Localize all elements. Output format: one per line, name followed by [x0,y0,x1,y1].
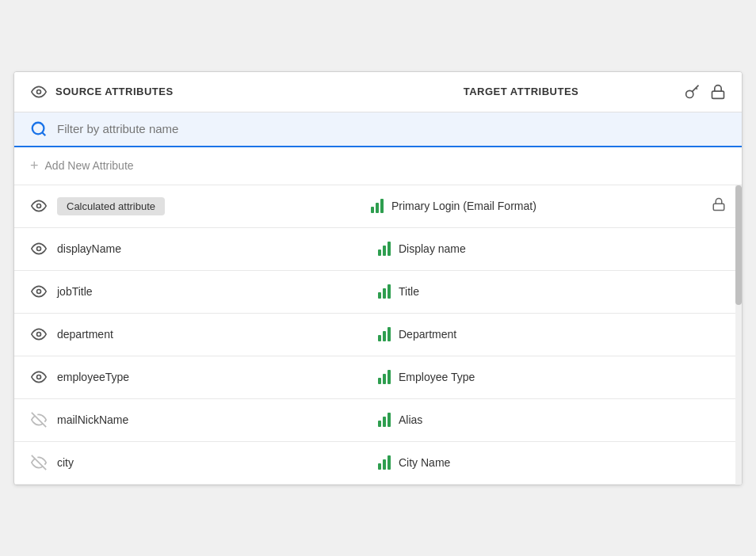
row-eye-hidden-icon-7[interactable] [30,454,48,471]
row-eye-icon-3[interactable] [30,283,48,300]
bar-chart-icon-7 [378,455,391,470]
row-eye-icon-4[interactable] [30,326,48,343]
source-name-2: displayName [57,242,121,255]
svg-point-1 [686,90,693,97]
target-name-4: Department [399,328,456,341]
bar-chart-icon-2 [378,242,391,256]
svg-point-3 [32,122,44,134]
source-name-4: department [57,328,113,341]
source-cell-6: mailNickName [30,411,378,428]
bar-chart-icon-1 [371,199,384,213]
source-header: SOURCE ATTRIBUTES [30,83,357,101]
search-input[interactable] [57,122,726,135]
target-name-5: Employee Type [399,371,475,383]
target-name-7: City Name [399,456,450,469]
attribute-mapping-panel: SOURCE ATTRIBUTES TARGET ATTRIBUTES [13,71,743,486]
target-cell-3: Title [378,284,726,299]
svg-line-4 [42,132,45,135]
key-icon[interactable] [685,84,701,100]
table-row: department Department [14,314,742,356]
header-action-icons [685,84,726,100]
target-name-3: Title [399,285,419,298]
table-row: city City Name [14,442,742,485]
lock-icon[interactable] [710,84,726,100]
source-cell-2: displayName [30,240,378,257]
plus-icon: + [30,158,39,174]
target-cell-7: City Name [378,455,726,470]
bar-chart-icon-5 [378,370,391,384]
target-cell-4: Department [378,327,726,341]
source-label: SOURCE ATTRIBUTES [55,86,174,97]
source-cell-1: Calculated attribute [30,197,371,215]
svg-rect-6 [713,204,724,210]
bar-chart-icon-3 [378,284,391,299]
source-eye-icon [30,83,48,101]
source-name-7: city [57,456,74,469]
target-name-2: Display name [399,242,466,255]
bar-chart-icon-4 [378,327,391,341]
target-name-1: Primary Login (Email Format) [391,200,536,212]
svg-point-9 [37,333,41,337]
target-cell-2: Display name [378,242,726,256]
target-label: TARGET ATTRIBUTES [464,86,578,97]
table-row: Calculated attribute Primary Login (Emai… [14,185,742,228]
source-name-3: jobTitle [57,285,93,298]
row-lock-icon-1[interactable] [712,197,726,215]
target-cell-6: Alias [378,413,726,427]
target-header: TARGET ATTRIBUTES [357,86,685,97]
svg-point-8 [37,290,41,294]
table-row: mailNickName Alias [14,399,742,442]
attribute-table: Calculated attribute Primary Login (Emai… [14,185,742,485]
table-row: employeeType Employee Type [14,356,742,399]
bar-chart-icon-6 [378,413,391,427]
header-row: SOURCE ATTRIBUTES TARGET ATTRIBUTES [14,72,742,112]
svg-rect-2 [712,91,724,98]
svg-point-10 [37,375,41,379]
source-cell-5: employeeType [30,368,378,386]
row-eye-icon-5[interactable] [30,368,48,386]
scrollbar-thumb[interactable] [735,185,742,305]
calculated-badge: Calculated attribute [57,197,165,215]
svg-point-7 [37,247,41,251]
target-name-6: Alias [399,413,422,426]
search-icon [30,120,48,138]
source-name-6: mailNickName [57,413,128,426]
search-bar[interactable] [14,112,742,147]
svg-point-0 [37,89,41,93]
add-attribute-row[interactable]: + Add New Attribute [14,147,742,185]
row-eye-icon-1[interactable] [30,197,48,215]
add-attribute-label: Add New Attribute [45,159,134,172]
source-name-5: employeeType [57,371,129,383]
svg-point-5 [37,204,41,208]
row-eye-icon-2[interactable] [30,240,48,257]
source-cell-3: jobTitle [30,283,378,300]
target-cell-1: Primary Login (Email Format) [371,199,712,213]
table-row: displayName Display name [14,228,742,271]
source-cell-4: department [30,326,378,343]
target-cell-5: Employee Type [378,370,726,384]
scrollbar-track[interactable] [735,185,742,485]
row-eye-hidden-icon-6[interactable] [30,411,48,428]
table-row: jobTitle Title [14,271,742,314]
source-cell-7: city [30,454,378,471]
